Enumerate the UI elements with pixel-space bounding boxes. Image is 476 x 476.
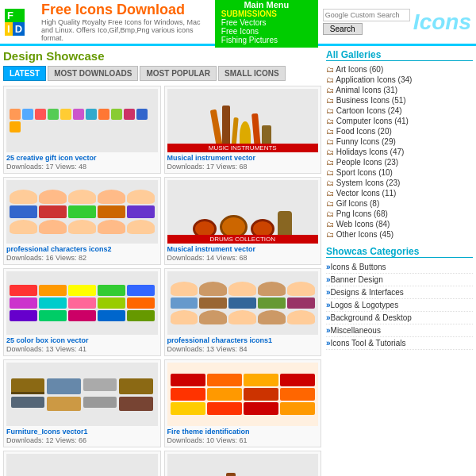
gallery-item-stats: Downloads: 12 Views: 66 [6,436,158,444]
gallery-grid: 25 creative gift icon vector Downloads: … [3,86,321,476]
main-content: Design Showcase LATEST MOST DOWNLOADS MO… [0,46,476,476]
gallery-item-stats: Downloads: 10 Views: 61 [167,436,319,444]
tab-small-icons[interactable]: SMALL ICONS [218,66,286,81]
gallery-thumb [6,454,158,476]
site-tagline: High Quality Royalty Free Icons for Wind… [41,18,210,42]
gallery-thumb [167,271,319,335]
gallery-link[interactable]: Funny Icons (29) [326,136,473,147]
gallery-thumb [6,89,158,152]
gallery-item[interactable]: Fire theme identification Downloads: 10 … [164,359,322,447]
gallery-link[interactable]: Holidays Icons (47) [326,147,473,157]
nav-title: Main Menu [221,0,312,10]
category-item[interactable]: Logos & Logotypes [326,299,473,312]
nav-free-icons[interactable]: Free Icons [221,27,312,36]
logo-f: F [5,9,25,22]
gallery-thumb [6,271,158,335]
showcase-categories-section: Showcas Categories Icons & Buttons Banne… [326,246,473,350]
gallery-link[interactable]: Food Icons (20) [326,126,473,136]
gallery-thumb [6,363,158,426]
gallery-link[interactable]: Png Icons (68) [326,209,473,219]
gallery-link[interactable]: Web Icons (84) [326,219,473,229]
gallery-item-stats: Downloads: 17 Views: 68 [167,163,319,171]
gallery-link[interactable]: Vector Icons (11) [326,188,473,198]
gallery-item-stats: Downloads: 13 Views: 41 [6,345,158,353]
gallery-link[interactable]: Computer Icons (41) [326,116,473,126]
gallery-link[interactable]: Cartoon Icons (24) [326,106,473,116]
category-item[interactable]: Icons Tool & Tutorials [326,337,473,350]
gallery-item-title: professional characters icons1 [167,336,319,344]
gallery-item-title: Musical instrument vector [167,245,319,253]
gallery-link[interactable]: People Icons (23) [326,157,473,167]
icons-watermark: Icons [413,10,471,35]
gallery-item-title: professional characters icons2 [6,245,158,253]
category-item[interactable]: Background & Desktop [326,312,473,324]
header: F I D Free Icons Download High Quality R… [0,0,476,46]
nav-fishing[interactable]: Fishing Pictures [221,36,312,44]
page-title: Design Showcase [3,49,321,63]
site-name-part3: Download [113,2,185,17]
site-title: Free Icons Download High Quality Royalty… [41,2,210,42]
gallery-item[interactable]: Musical instrument vector [164,451,322,476]
thumb-label: DRUMS COLLECTION [167,235,319,244]
gallery-item[interactable]: 25 color box icon vector Downloads: 13 V… [3,268,161,356]
gallery-item-stats: Downloads: 13 Views: 84 [167,345,319,353]
nav-submissions[interactable]: SUBMISSIONS [221,10,312,18]
gallery-item-stats: Downloads: 17 Views: 48 [6,163,158,171]
showcase-cats-title: Showcas Categories [326,246,473,258]
gallery-item[interactable]: Cool label design vector art [3,451,161,476]
gallery-thumb [6,180,158,244]
gallery-item[interactable]: Furniture_Icons vector1 Downloads: 12 Vi… [3,359,161,447]
all-galleries-section: All Galleries Art Icons (60) Application… [326,49,473,240]
gallery-link[interactable]: Sport Icons (10) [326,167,473,178]
gallery-thumb: MUSIC INSTRUMENTS [167,89,319,152]
gallery-link[interactable]: Application Icons (34) [326,75,473,85]
logo-d: D [13,22,25,36]
gallery-thumb [167,454,319,476]
site-name: Free Icons Download [41,2,210,18]
category-item[interactable]: Banner Design [326,274,473,286]
logo-i: I [5,22,13,36]
gallery-thumb: DRUMS COLLECTION [167,180,319,244]
gallery-item[interactable]: DRUMS COLLECTION Musical instrument vect… [164,177,322,265]
gallery-item-title: 25 creative gift icon vector [6,154,158,162]
search-input[interactable] [323,9,410,21]
all-galleries-title: All Galleries [326,49,473,61]
tab-latest[interactable]: LATEST [3,66,46,81]
gallery-item-title: Musical instrument vector [167,154,319,162]
search-button[interactable]: Search [323,23,363,35]
logo: F I D [5,7,35,37]
nav-free-vectors[interactable]: Free Vectors [221,18,312,27]
gallery-item[interactable]: professional characters icons2 Downloads… [3,177,161,265]
site-name-part1: Free [41,2,75,17]
gallery-link[interactable]: System Icons (23) [326,178,473,188]
sidebar: All Galleries Art Icons (60) Application… [326,49,473,476]
thumb-label: MUSIC INSTRUMENTS [167,144,319,152]
tab-most-downloads[interactable]: MOST DOWNLOADS [48,66,138,81]
gallery-item-stats: Downloads: 14 Views: 68 [167,254,319,262]
category-item[interactable]: Icons & Buttons [326,261,473,274]
gallery-link[interactable]: Other Icons (45) [326,229,473,240]
category-item[interactable]: Miscellaneous [326,324,473,337]
gallery-link[interactable]: Business Icons (51) [326,95,473,106]
site-name-part2: Icons [75,2,113,17]
gallery-link[interactable]: Animal Icons (31) [326,85,473,95]
content-area: Design Showcase LATEST MOST DOWNLOADS MO… [3,49,326,476]
gallery-link[interactable]: Gif Icons (8) [326,198,473,209]
category-item[interactable]: Designs & Interfaces [326,286,473,299]
search-box: Search [323,9,410,35]
gallery-item[interactable]: MUSIC INSTRUMENTS Musical instrument vec… [164,86,322,174]
gallery-item[interactable]: 25 creative gift icon vector Downloads: … [3,86,161,174]
nav-bar: Main Menu SUBMISSIONS Free Vectors Free … [215,0,318,48]
gallery-item-stats: Downloads: 16 Views: 82 [6,254,158,262]
gallery-item-title: Fire theme identification [167,428,319,436]
gallery-item-title: Furniture_Icons vector1 [6,428,158,436]
gallery-item[interactable]: professional characters icons1 Downloads… [164,268,322,356]
gallery-thumb [167,363,319,426]
gallery-item-title: 25 color box icon vector [6,336,158,344]
tab-most-popular[interactable]: MOST POPULAR [140,66,217,81]
gallery-link[interactable]: Art Icons (60) [326,64,473,75]
tab-bar: LATEST MOST DOWNLOADS MOST POPULAR SMALL… [3,66,321,81]
